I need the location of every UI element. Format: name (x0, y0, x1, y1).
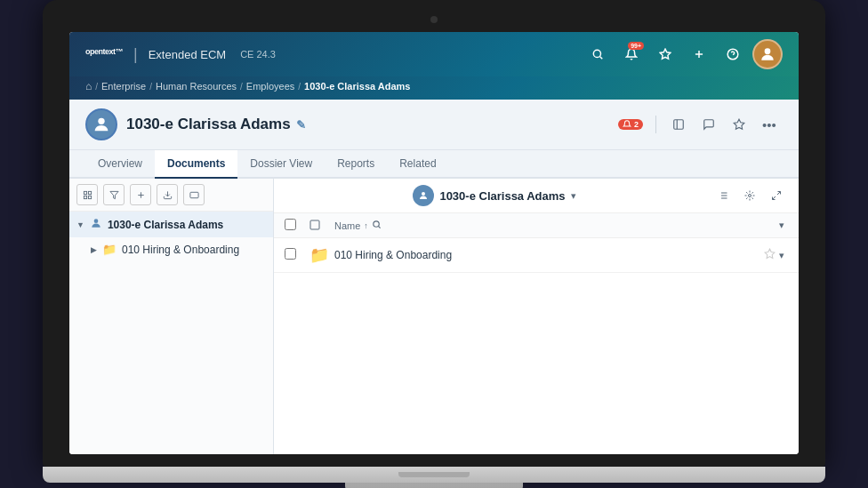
tree-toolbar (69, 179, 273, 212)
screen: opentext™ | Extended ECM CE 24.3 (69, 32, 799, 454)
row-actions-col: ▾ (743, 248, 788, 263)
collapse-all-button[interactable]: ▾ (776, 218, 788, 233)
header-actions-col: ▾ (743, 218, 788, 233)
tree-add-button[interactable] (130, 184, 151, 205)
page-header: 1030-e Clarissa Adams ✎ 2 (69, 100, 799, 150)
content-title-area: 1030-e Clarissa Adams ▾ (285, 185, 704, 206)
tab-related[interactable]: Related (387, 150, 448, 179)
brand-tm: ™ (116, 47, 124, 56)
favorites-button[interactable] (651, 40, 679, 68)
tree-child-chevron: ▶ (91, 245, 97, 254)
tree-root-user-icon (90, 217, 102, 232)
header-type-col (309, 220, 327, 232)
laptop-stand (345, 483, 523, 488)
more-button[interactable]: ••• (756, 111, 783, 138)
laptop-notch (398, 472, 470, 477)
file-row: 📁 010 Hiring & Onboarding ▾ (274, 238, 799, 273)
svg-point-33 (374, 221, 379, 227)
top-nav: opentext™ | Extended ECM CE 24.3 (69, 32, 799, 76)
breadcrumb-current: 1030-e Clarissa Adams (304, 81, 410, 92)
brand-version: CE 24.3 (240, 49, 276, 60)
tree-grid-button[interactable] (76, 184, 98, 205)
name-column-label: Name (334, 220, 360, 231)
name-search-icon[interactable] (372, 220, 382, 231)
help-button[interactable] (719, 40, 747, 68)
content-panel: 1030-e Clarissa Adams ▾ (274, 179, 799, 454)
tab-overview[interactable]: Overview (85, 150, 155, 179)
file-name[interactable]: 010 Hiring & Onboarding (334, 249, 452, 261)
folder-type-icon: 📁 (309, 246, 329, 264)
content-toolbar: 1030-e Clarissa Adams ▾ (274, 179, 799, 213)
header-actions: 2 (618, 111, 783, 138)
brand-divider: | (133, 45, 138, 64)
svg-marker-2 (660, 49, 671, 59)
brand-product: Extended ECM (149, 48, 226, 61)
breadcrumb-enterprise[interactable]: Enterprise (101, 81, 146, 92)
brand-name: opentext (85, 47, 116, 56)
list-view-button[interactable] (711, 184, 735, 207)
page-title-text: 1030-e Clarissa Adams (126, 116, 291, 133)
row-name-col: 010 Hiring & Onboarding (334, 249, 736, 261)
breadcrumb-hr[interactable]: Human Resources (156, 81, 237, 92)
svg-marker-16 (109, 191, 117, 198)
breadcrumb-home-icon[interactable]: ⌂ (85, 80, 92, 92)
tree-filter-button[interactable] (103, 184, 125, 205)
svg-line-30 (777, 192, 781, 196)
breadcrumb-sep-0: / (95, 82, 98, 92)
tree-folder-icon: 📁 (102, 243, 117, 256)
content-title-dropdown[interactable]: ▾ (571, 190, 576, 202)
svg-point-22 (422, 192, 425, 196)
row-star-icon[interactable] (764, 248, 776, 263)
svg-rect-13 (88, 191, 91, 194)
breadcrumb-employees[interactable]: Employees (246, 81, 294, 92)
notifications-button[interactable]: 99+ (617, 40, 646, 68)
svg-point-21 (94, 219, 99, 223)
svg-point-0 (593, 50, 600, 57)
page-title: 1030-e Clarissa Adams ✎ (126, 116, 306, 133)
breadcrumb-sep-3: / (298, 82, 301, 92)
search-button[interactable] (583, 40, 612, 68)
header-name-col[interactable]: Name ↑ (334, 220, 736, 231)
brand: opentext™ | Extended ECM CE 24.3 (85, 45, 276, 64)
svg-marker-35 (765, 249, 775, 258)
svg-point-29 (749, 195, 751, 197)
svg-line-1 (600, 57, 603, 60)
tree-child-0[interactable]: ▶ 📁 010 Hiring & Onboarding (69, 237, 273, 261)
user-avatar[interactable] (752, 39, 783, 69)
tree-root-node[interactable]: ▼ 1030-e Clarissa Adams (69, 212, 273, 237)
row-checkbox[interactable] (285, 248, 296, 260)
sort-arrow-icon: ↑ (364, 221, 368, 230)
main-content: ▼ 1030-e Clarissa Adams ▶ 📁 010 Hiring &… (69, 179, 799, 454)
tree-download-button[interactable] (157, 184, 178, 205)
content-user-icon (413, 185, 434, 206)
tabs-bar: Overview Documents Dossier View Reports … (69, 150, 799, 179)
add-button[interactable] (685, 40, 713, 68)
expand-button[interactable] (765, 184, 788, 207)
svg-rect-12 (84, 191, 86, 194)
svg-marker-11 (734, 119, 744, 129)
document-view-button[interactable] (665, 111, 692, 138)
page-user-avatar (85, 108, 117, 140)
breadcrumb: ⌂ / Enterprise / Human Resources / Emplo… (69, 76, 799, 100)
settings-button[interactable] (738, 184, 761, 207)
laptop-base (43, 467, 825, 483)
tab-documents[interactable]: Documents (155, 150, 237, 179)
edit-icon[interactable]: ✎ (296, 118, 306, 132)
tree-root-label: 1030-e Clarissa Adams (108, 219, 223, 231)
select-all-checkbox[interactable] (285, 219, 296, 230)
comment-button[interactable] (695, 111, 722, 138)
svg-line-31 (773, 196, 776, 200)
tree-panel: ▼ 1030-e Clarissa Adams ▶ 📁 010 Hiring &… (69, 179, 274, 454)
tree-more-button[interactable] (183, 184, 205, 205)
tab-reports[interactable]: Reports (325, 150, 387, 179)
row-expand-button[interactable]: ▾ (776, 248, 788, 263)
tab-dossier-view[interactable]: Dossier View (237, 150, 325, 179)
star-button[interactable] (726, 111, 752, 138)
header-divider (655, 116, 656, 133)
notification-badge: 99+ (628, 42, 644, 50)
content-title: 1030-e Clarissa Adams (439, 189, 565, 203)
nav-icons: 99+ (583, 39, 783, 69)
svg-rect-14 (84, 196, 86, 198)
row-checkbox-col (285, 248, 302, 262)
content-toolbar-right (711, 184, 788, 207)
